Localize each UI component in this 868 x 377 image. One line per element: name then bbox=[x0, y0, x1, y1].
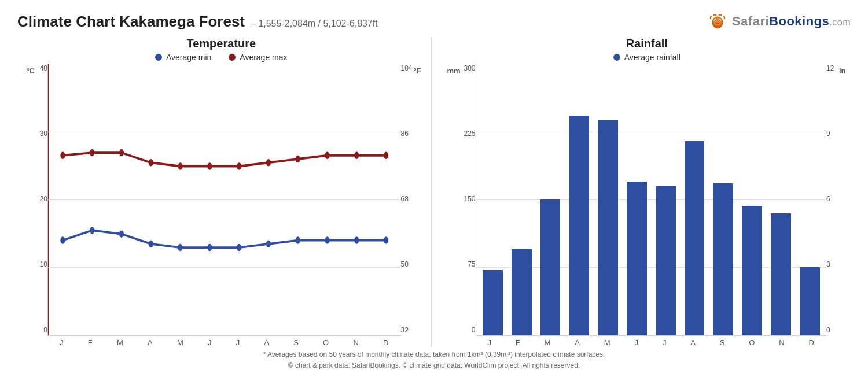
temp-x-a2: A bbox=[264, 338, 269, 347]
temp-x-s: S bbox=[293, 338, 299, 347]
bars-container bbox=[476, 64, 827, 335]
logo-bookings: Bookings bbox=[769, 14, 829, 28]
rain-x-j: J bbox=[487, 338, 491, 347]
rain-x-d: D bbox=[809, 338, 814, 347]
bar-1 bbox=[512, 249, 532, 335]
temperature-chart-area: °C 40 30 20 10 0 bbox=[17, 64, 425, 347]
min-dot-j3 bbox=[237, 244, 241, 251]
footnotes: * Averages based on 50 years of monthly … bbox=[17, 349, 851, 371]
rain-tick-3: 3 bbox=[826, 260, 830, 268]
rain-chart-inner-wrapper: J F M A M J J A S O N D bbox=[476, 64, 827, 347]
bar-6 bbox=[656, 186, 676, 335]
rain-y-left-ticks: 300 225 150 75 0 bbox=[461, 64, 476, 347]
title-block: Climate Chart Kakamega Forest – 1,555-2,… bbox=[17, 13, 378, 31]
rain-x-f: F bbox=[516, 338, 520, 347]
min-dot-m bbox=[119, 230, 124, 237]
rain-y-right-ticks: 12 9 6 3 0 bbox=[826, 64, 839, 347]
temp-x-f: F bbox=[88, 338, 93, 347]
rain-x-a2: A bbox=[690, 338, 696, 347]
bar-0 bbox=[483, 270, 503, 335]
rain-y-right-label: in bbox=[839, 66, 846, 75]
temp-x-n: N bbox=[353, 338, 358, 347]
tick-86: 86 bbox=[401, 130, 409, 138]
temp-x-d: D bbox=[383, 338, 388, 347]
temperature-legend: Average min Average max bbox=[17, 53, 425, 62]
rain-x-m: M bbox=[545, 338, 551, 347]
min-polyline bbox=[62, 230, 386, 247]
bar-9 bbox=[742, 206, 762, 335]
max-dot-j2 bbox=[207, 162, 212, 169]
min-dot-j2 bbox=[207, 244, 212, 251]
temp-x-j2: J bbox=[208, 338, 212, 347]
header: Climate Chart Kakamega Forest – 1,555-2,… bbox=[17, 10, 851, 32]
min-dot-n bbox=[354, 236, 359, 243]
temp-x-axis: J F M A M J J A S O N D bbox=[47, 336, 401, 347]
rain-x-j2: J bbox=[635, 338, 639, 347]
min-dot-o bbox=[325, 236, 329, 243]
rain-tick-9: 9 bbox=[826, 130, 830, 138]
rain-y-left-label-col: mm bbox=[443, 64, 461, 347]
temp-x-o: O bbox=[323, 338, 329, 347]
bar-2 bbox=[540, 199, 561, 335]
bar-8 bbox=[713, 183, 733, 335]
min-dot-a2 bbox=[266, 241, 271, 247]
rain-chart-inner bbox=[476, 64, 827, 336]
logo-area: SafariBookings.com bbox=[707, 10, 851, 32]
charts-row: Temperature Average min Average max °C 4… bbox=[17, 37, 851, 347]
rain-x-o: O bbox=[749, 338, 755, 347]
temp-y-left: °C bbox=[17, 64, 35, 347]
max-dot-n bbox=[354, 152, 359, 159]
max-polyline bbox=[62, 153, 386, 166]
svg-point-5 bbox=[719, 20, 720, 21]
tick-10: 10 bbox=[40, 260, 47, 268]
max-dot-a bbox=[149, 159, 153, 166]
bar-col-10 bbox=[766, 64, 795, 335]
temp-y-right-ticks: 104 86 68 50 32 bbox=[401, 64, 414, 347]
rain-x-s: S bbox=[720, 338, 725, 347]
bar-11 bbox=[800, 267, 820, 335]
bar-col-11 bbox=[795, 64, 824, 335]
logo-icon bbox=[707, 10, 729, 32]
temperature-chart-title: Temperature bbox=[17, 37, 425, 50]
rain-y-right-label-col: in bbox=[839, 64, 851, 347]
tick-50: 50 bbox=[401, 260, 409, 268]
bar-3 bbox=[569, 116, 589, 335]
temp-y-left-ticks: 40 30 20 10 0 bbox=[35, 64, 47, 347]
bar-col-4 bbox=[594, 64, 623, 335]
logo-com: .com bbox=[829, 17, 851, 27]
temperature-chart-section: Temperature Average min Average max °C 4… bbox=[17, 37, 432, 347]
min-dot-s bbox=[296, 236, 300, 243]
max-dot-d bbox=[384, 152, 388, 159]
bar-col-3 bbox=[565, 64, 594, 335]
legend-rainfall: Average rainfall bbox=[613, 53, 681, 62]
temp-y-left-label: °C bbox=[26, 66, 35, 75]
bar-5 bbox=[627, 182, 647, 335]
rain-tick-12: 12 bbox=[826, 64, 834, 72]
temp-x-m: M bbox=[117, 338, 123, 347]
footnote-line1: * Averages based on 50 years of monthly … bbox=[17, 349, 851, 360]
temp-y-right-label: °F bbox=[414, 66, 421, 75]
min-dot-f bbox=[90, 227, 94, 234]
max-dot-s bbox=[296, 156, 300, 162]
min-dot-j bbox=[60, 236, 65, 243]
legend-rainfall-label: Average rainfall bbox=[624, 53, 681, 62]
legend-min-label: Average min bbox=[166, 53, 211, 62]
logo-text: SafariBookings.com bbox=[732, 14, 851, 29]
temp-x-j: J bbox=[60, 338, 64, 347]
rain-x-j3: J bbox=[663, 338, 667, 347]
tick-68: 68 bbox=[401, 195, 409, 203]
temperature-svg bbox=[48, 64, 401, 335]
rain-x-axis: J F M A M J J A S O N D bbox=[476, 336, 827, 347]
rain-x-n: N bbox=[779, 338, 784, 347]
bar-col-0 bbox=[479, 64, 507, 335]
tick-20: 20 bbox=[40, 195, 47, 203]
rain-y-left-label: mm bbox=[447, 66, 460, 75]
rain-tick-150: 150 bbox=[464, 195, 475, 203]
max-dot-o bbox=[325, 152, 329, 159]
min-dot-d bbox=[384, 236, 388, 243]
main-title: Climate Chart Kakamega Forest bbox=[17, 13, 245, 31]
rain-tick-225: 225 bbox=[464, 130, 475, 138]
bar-col-6 bbox=[651, 64, 680, 335]
bar-4 bbox=[598, 120, 618, 335]
tick-32: 32 bbox=[401, 326, 409, 334]
